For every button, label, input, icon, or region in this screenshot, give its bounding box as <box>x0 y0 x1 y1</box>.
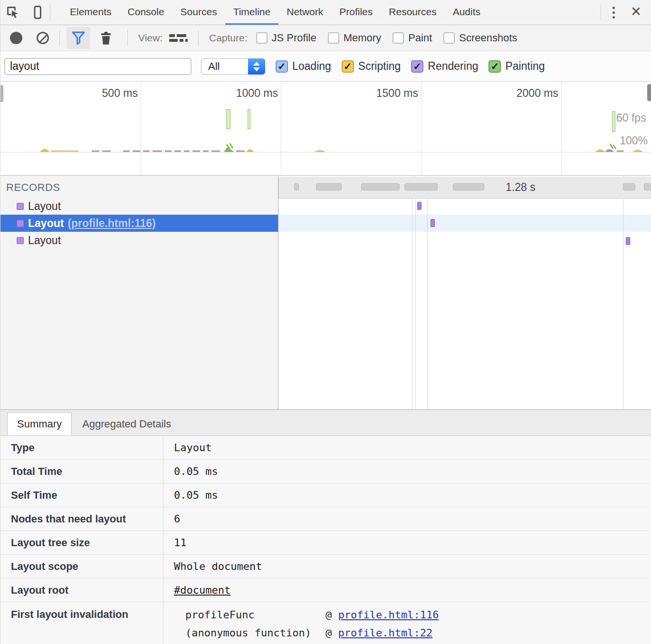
filter-painting: ✓ Painting <box>488 60 545 73</box>
toolbar-separator <box>59 30 60 46</box>
tab-audits[interactable]: Audits <box>445 0 488 25</box>
category-select[interactable]: All <box>201 58 265 75</box>
capture-js-profile: JS Profile <box>256 32 316 44</box>
ruler-gridline <box>281 82 281 175</box>
capture-paint: Paint <box>393 32 432 44</box>
stack-at-symbol: @ <box>326 609 338 621</box>
tab-network[interactable]: Network <box>278 0 331 25</box>
document-link[interactable]: #document <box>174 584 230 596</box>
loading-checkbox[interactable]: ✓ <box>276 60 288 73</box>
record-row-layout-2-selected[interactable]: Layout (profile.html:116) <box>0 215 278 232</box>
graph-gridline <box>415 176 416 409</box>
tab-aggregated-details[interactable]: Aggregated Details <box>72 412 182 436</box>
capture-screenshots: Screenshots <box>443 32 517 44</box>
view-mode-icon[interactable] <box>169 34 188 42</box>
ruler-gridline <box>421 82 421 175</box>
stack-frame-2: (anonymous function)@ profile.html:22 <box>185 625 439 641</box>
strip-bar <box>316 183 342 190</box>
filter-funnel-icon <box>71 31 86 45</box>
layout-event-bar-2[interactable] <box>431 219 435 227</box>
record-row-layout-3[interactable]: Layout <box>0 232 278 249</box>
js-profile-checkbox[interactable] <box>256 32 268 44</box>
memory-label: Memory <box>344 32 381 44</box>
screenshots-label: Screenshots <box>459 32 517 44</box>
painting-checkbox[interactable]: ✓ <box>488 60 501 73</box>
records-graph[interactable]: 1.28 s <box>278 176 651 409</box>
paint-checkbox[interactable] <box>393 32 404 44</box>
garbage-collect-button[interactable] <box>94 27 118 49</box>
row-value: Layout <box>163 436 211 459</box>
stack-function-name: profileFunc <box>185 607 326 623</box>
capture-memory: Memory <box>328 32 381 44</box>
record-row-layout-1[interactable]: Layout <box>0 198 278 215</box>
row-value: 0.05 ms <box>163 483 218 507</box>
filter-toggle-button[interactable] <box>67 27 90 49</box>
toolbar-separator <box>198 30 199 46</box>
paint-label: Paint <box>408 32 432 44</box>
tab-profiles[interactable]: Profiles <box>331 0 381 25</box>
record-source-link[interactable]: (profile.html:116) <box>67 217 155 230</box>
row-value: 6 <box>163 507 180 530</box>
inspect-element-button[interactable] <box>0 0 25 25</box>
summary-row-invalidation: First layout invalidation profileFunc@ p… <box>0 602 651 644</box>
tab-elements[interactable]: Elements <box>62 0 120 25</box>
tab-sources[interactable]: Sources <box>172 0 225 25</box>
stack-trace: profileFunc@ profile.html:116 (anonymous… <box>163 602 439 644</box>
rendering-label: Rendering <box>428 60 478 73</box>
scripting-checkbox[interactable]: ✓ <box>342 60 354 73</box>
painting-label: Painting <box>505 60 545 73</box>
select-spinner-icon <box>248 58 265 75</box>
device-toolbar-button[interactable] <box>25 0 50 25</box>
menu-kebab-icon[interactable] <box>601 7 626 19</box>
memory-checkbox[interactable] <box>328 32 339 44</box>
layout-event-bar-3[interactable] <box>626 237 630 245</box>
details-tabbar: Summary Aggregated Details <box>0 409 651 436</box>
filter-loading: ✓ Loading <box>276 60 331 73</box>
strip-bar <box>453 183 484 190</box>
overview-right-handle[interactable] <box>647 84 651 101</box>
toolbar-separator <box>50 4 50 20</box>
rendering-checkbox[interactable]: ✓ <box>411 60 423 73</box>
screenshots-checkbox[interactable] <box>443 32 455 44</box>
stack-at-symbol: @ <box>326 627 338 639</box>
strip-bar <box>294 183 299 190</box>
stack-source-link[interactable]: profile.html:116 <box>338 609 439 621</box>
row-label: Type <box>0 436 163 459</box>
category-select-value: All <box>208 60 220 73</box>
overview-left-handle[interactable] <box>0 85 3 102</box>
stack-source-link[interactable]: profile.html:22 <box>338 627 433 639</box>
summary-row-nodes: Nodes that need layout 6 <box>0 507 651 531</box>
filter-input[interactable] <box>4 58 191 75</box>
selected-row-highlight <box>278 215 651 232</box>
js-profile-label: JS Profile <box>272 32 316 44</box>
timeline-overview[interactable]: 500 ms 1000 ms 1500 ms 2000 ms 60 fps 10… <box>0 82 651 176</box>
records-panel: RECORDS Layout Layout (profile.html:116)… <box>0 176 651 409</box>
row-label: Layout tree size <box>0 531 163 554</box>
layout-event-bar-1[interactable] <box>417 202 421 210</box>
ruler-tick-1500ms: 1500 ms <box>376 87 421 100</box>
filter-rendering: ✓ Rendering <box>411 60 478 73</box>
trash-icon <box>99 31 113 45</box>
tab-console[interactable]: Console <box>120 0 172 25</box>
tab-timeline[interactable]: Timeline <box>225 0 279 25</box>
inspect-cursor-icon <box>6 5 20 19</box>
ruler-tick-500ms: 500 ms <box>102 87 141 100</box>
summary-table: Type Layout Total Time 0.05 ms Self Time… <box>0 436 651 644</box>
scripting-label: Scripting <box>358 60 401 73</box>
layout-event-icon <box>17 203 24 210</box>
row-label: Total Time <box>0 460 163 483</box>
strip-bar <box>361 183 400 190</box>
timeline-toolbar: View: Capture: JS Profile Memory Paint S… <box>0 25 651 51</box>
stack-function-name: (anonymous function) <box>185 625 326 641</box>
layout-event-icon <box>17 237 24 244</box>
tab-resources[interactable]: Resources <box>381 0 444 25</box>
record-button[interactable] <box>10 32 22 44</box>
record-name: Layout <box>28 217 64 230</box>
stack-frame-1: profileFunc@ profile.html:116 <box>185 607 439 623</box>
tab-summary[interactable]: Summary <box>7 412 72 436</box>
clear-recording-icon[interactable] <box>37 32 49 44</box>
summary-row-scope: Layout scope Whole document <box>0 555 651 578</box>
close-icon[interactable]: × <box>626 3 651 22</box>
main-tabbar: Elements Console Sources Timeline Networ… <box>0 0 651 25</box>
frame-bar <box>248 109 250 129</box>
